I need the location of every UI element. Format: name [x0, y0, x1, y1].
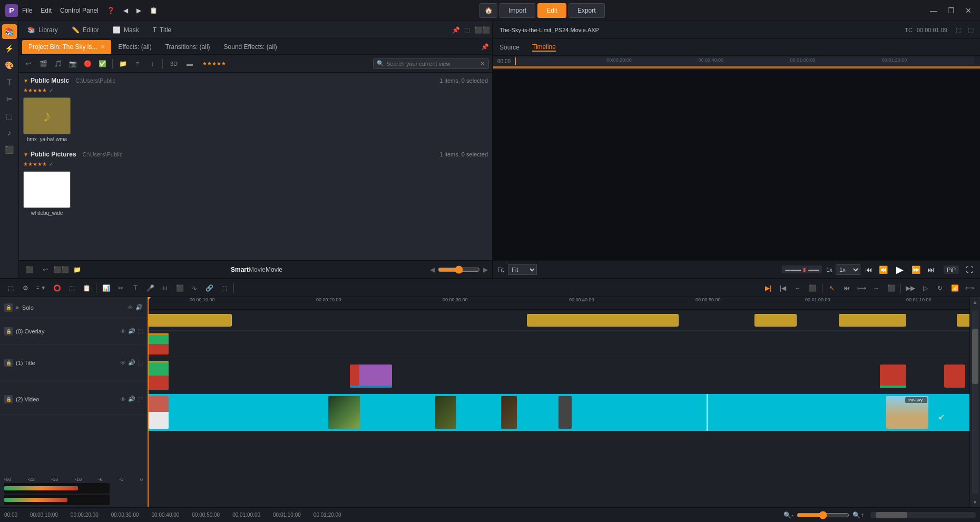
expand-icon[interactable]: ⬚: [956, 26, 962, 34]
step-forward-button[interactable]: ⏩: [910, 263, 923, 276]
pin-icon[interactable]: 📌: [452, 26, 460, 34]
lb-grid[interactable]: ⬛⬛: [55, 263, 67, 276]
lb-folder[interactable]: 📁: [71, 263, 83, 276]
home-button[interactable]: 🏠: [479, 3, 497, 18]
export-button[interactable]: Export: [569, 3, 605, 18]
tl-wave[interactable]: ∿: [188, 282, 201, 294]
video-audio-icon[interactable]: 🔊: [128, 396, 135, 402]
video-lock-icon[interactable]: 🔒: [4, 395, 13, 403]
title-clip-middle[interactable]: [350, 365, 392, 388]
tb-sort[interactable]: ↕: [146, 57, 159, 70]
solo-lock-icon[interactable]: 🔒: [4, 303, 13, 312]
menu-forward-icon[interactable]: ▶: [136, 7, 141, 14]
solo-clip-1[interactable]: [148, 314, 232, 327]
sidebar-color-icon[interactable]: 🎨: [2, 58, 17, 73]
vertical-scrollbar[interactable]: [972, 310, 978, 494]
sidebar-audio-icon[interactable]: ♪: [2, 125, 17, 140]
fit-select[interactable]: Fit 100% 50%: [508, 264, 537, 275]
go-start-button[interactable]: ⏮: [863, 263, 875, 276]
tb-stars[interactable]: ★★★★★: [198, 57, 230, 70]
tl-link[interactable]: 🔗: [203, 282, 215, 294]
tab-timeline-preview[interactable]: Timeline: [532, 43, 556, 52]
tl-trim[interactable]: ↔: [791, 282, 804, 294]
step-back-button[interactable]: ⏪: [877, 263, 890, 276]
tl-freeze[interactable]: ⬛: [885, 282, 897, 294]
play-button[interactable]: ▶: [892, 262, 908, 278]
go-end-button[interactable]: ⏭: [925, 263, 937, 276]
transitions-tab[interactable]: Transitions: (all): [159, 40, 217, 54]
copy-icon[interactable]: ⬚: [464, 26, 470, 34]
sound-effects-tab[interactable]: Sound Effects: (all): [218, 40, 283, 54]
tb-3d[interactable]: 3D: [166, 57, 181, 70]
menu-back-icon[interactable]: ◀: [123, 7, 128, 14]
pin-content-tab[interactable]: 📌: [481, 43, 489, 51]
overlay-eye-icon[interactable]: 👁: [120, 328, 126, 334]
menu-edit[interactable]: Edit: [41, 7, 52, 14]
title-clip-start[interactable]: [148, 361, 169, 390]
lb-forward[interactable]: ↩: [39, 263, 52, 276]
title-clip-right2[interactable]: [944, 365, 965, 388]
tb-folder[interactable]: 📁: [116, 57, 129, 70]
menu-help-icon[interactable]: ❓: [107, 7, 115, 14]
tl-add-right[interactable]: ▶|: [762, 282, 775, 294]
video-thumb-3[interactable]: [501, 396, 517, 429]
tl-jump-end[interactable]: ▶▶: [904, 282, 917, 294]
tl-more[interactable]: ⟺: [963, 282, 976, 294]
video-thumb-1[interactable]: [328, 396, 360, 429]
video-thumb-2[interactable]: [435, 396, 456, 429]
overlay-lock-icon[interactable]: 🔒: [4, 327, 13, 336]
import-button[interactable]: Import: [499, 3, 535, 18]
tl-scissors[interactable]: ✂: [114, 282, 127, 294]
tl-mic[interactable]: 🎤: [144, 282, 156, 294]
tab-library[interactable]: 📚 Library: [21, 23, 64, 37]
video-expand-icon[interactable]: ⬚: [138, 396, 143, 402]
tl-ripple[interactable]: ⟼: [855, 282, 868, 294]
solo-clip-3[interactable]: [754, 314, 797, 327]
project-bin-tab[interactable]: Project Bin: The Sky is... ✕: [22, 40, 111, 54]
scroll-down-icon[interactable]: ▼: [973, 499, 978, 505]
tab-source[interactable]: Source: [499, 44, 520, 51]
zoom-in-icon[interactable]: 🔍+: [852, 511, 864, 519]
overlay-expand-icon[interactable]: ⬚: [138, 328, 143, 334]
title-expand-icon[interactable]: ⬚: [138, 359, 143, 366]
tl-next-mark[interactable]: ▷: [919, 282, 932, 294]
edit-button[interactable]: Edit: [537, 3, 566, 18]
tb-view[interactable]: ▬: [183, 57, 196, 70]
video-clip-intro[interactable]: [149, 396, 169, 429]
tl-redo[interactable]: ↻: [934, 282, 946, 294]
close-button[interactable]: ✕: [962, 5, 975, 16]
scroll-up-icon[interactable]: ▲: [973, 299, 978, 305]
horizontal-scrollbar[interactable]: [870, 512, 976, 518]
tb-photo[interactable]: 📷: [66, 57, 79, 70]
tb-record[interactable]: 🔴: [81, 57, 94, 70]
maximize-button[interactable]: ❐: [945, 5, 958, 16]
fullscreen-button[interactable]: ⛶: [963, 263, 976, 276]
tb-video[interactable]: 🎬: [37, 57, 50, 70]
effects-tab[interactable]: Effects: (all): [112, 40, 158, 54]
tl-cursor[interactable]: ↖: [826, 282, 838, 294]
tl-copy[interactable]: ⬚: [65, 282, 78, 294]
video-thumb-4[interactable]: [558, 396, 572, 429]
tl-text[interactable]: T: [129, 282, 142, 294]
sidebar-text-icon[interactable]: T: [2, 75, 17, 90]
media-item-whitebq[interactable]: whitebq_wide: [23, 171, 71, 216]
overlay-audio-icon[interactable]: 🔊: [128, 328, 135, 334]
minimize-button[interactable]: —: [927, 5, 940, 16]
search-input[interactable]: [386, 61, 478, 67]
tb-audio[interactable]: 🎵: [52, 57, 64, 70]
tl-group[interactable]: ⬚: [218, 282, 230, 294]
tl-jump-start[interactable]: ⏮: [840, 282, 853, 294]
tl-paste[interactable]: 📋: [80, 282, 93, 294]
tl-add-track[interactable]: ⬚: [4, 282, 17, 294]
close-project-bin[interactable]: ✕: [101, 44, 105, 50]
copy2-icon[interactable]: ⬚: [968, 26, 974, 34]
title-eye-icon[interactable]: 👁: [120, 360, 126, 366]
timeline-zoom-slider[interactable]: [797, 511, 849, 519]
tl-grid[interactable]: ⬛: [173, 282, 186, 294]
sidebar-fx-icon[interactable]: ⚡: [2, 41, 17, 56]
tl-settings[interactable]: ⚙: [19, 282, 32, 294]
menu-control-panel[interactable]: Control Panel: [60, 7, 99, 14]
sidebar-library-icon[interactable]: 📚: [2, 24, 17, 39]
tl-underline[interactable]: ⊔: [159, 282, 171, 294]
overlay-clip-start[interactable]: [148, 333, 169, 354]
